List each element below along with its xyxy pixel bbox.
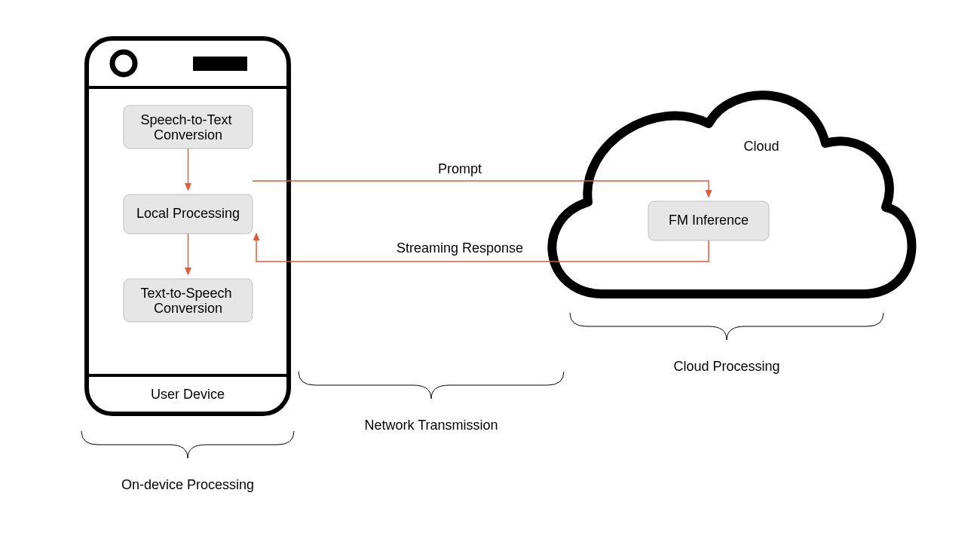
phone-camera-icon [112, 52, 135, 75]
phone-speaker-icon [193, 57, 247, 71]
brace-network: Network Transmission [299, 372, 564, 433]
speech-to-text-label: Speech-to-Text Conversion [140, 112, 235, 142]
local-processing-box: Local Processing [124, 194, 253, 234]
text-to-speech-box: Text-to-Speech Conversion [124, 279, 253, 322]
brace-network-label: Network Transmission [364, 418, 498, 433]
fm-inference-box: FM Inference [648, 201, 769, 240]
prompt-label: Prompt [438, 161, 482, 176]
text-to-speech-label: Text-to-Speech Conversion [140, 286, 235, 316]
fm-inference-label: FM Inference [669, 213, 749, 228]
brace-device-label: On-device Processing [121, 477, 254, 492]
brace-device: On-device Processing [81, 431, 294, 492]
cloud-title: Cloud [743, 139, 779, 154]
cloud-shape: Cloud [552, 95, 911, 294]
speech-to-text-box: Speech-to-Text Conversion [124, 106, 253, 148]
brace-cloud-label: Cloud Processing [673, 359, 779, 374]
local-processing-label: Local Processing [136, 206, 240, 221]
user-device-label: User Device [151, 387, 225, 402]
response-label: Streaming Response [397, 240, 523, 256]
brace-cloud: Cloud Processing [570, 313, 884, 374]
